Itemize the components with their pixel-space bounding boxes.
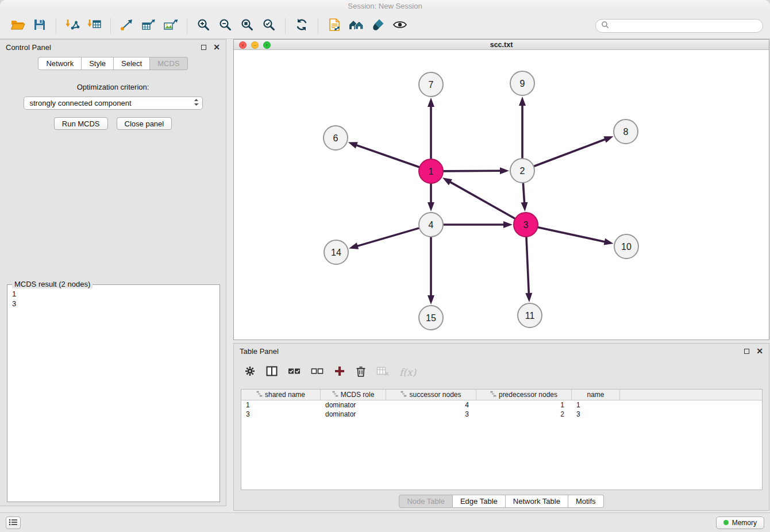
control-panel: Control Panel ✕ Network Style Select MCD… xyxy=(0,39,226,506)
open-session-button[interactable] xyxy=(7,16,29,36)
column-type-icon xyxy=(401,391,407,399)
tab-style[interactable]: Style xyxy=(82,57,114,70)
network-window-titlebar[interactable]: × − + scc.txt xyxy=(234,40,769,50)
cell-predecessor-nodes[interactable]: 2 xyxy=(476,410,572,419)
import-table-button[interactable] xyxy=(83,16,105,36)
memory-status-icon xyxy=(723,520,729,525)
tab-node-table[interactable]: Node Table xyxy=(399,495,453,508)
table-panel-close-button[interactable]: ✕ xyxy=(756,348,763,354)
graph-edge-3-11[interactable] xyxy=(526,237,529,293)
tab-edge-table[interactable]: Edge Table xyxy=(453,495,506,508)
first-neighbors-icon xyxy=(348,18,364,34)
graph-edge-2-8[interactable] xyxy=(534,140,605,166)
graph-edge-3-10[interactable] xyxy=(538,228,604,242)
table-panel-float-button[interactable] xyxy=(744,349,749,354)
tab-network-table[interactable]: Network Table xyxy=(506,495,568,508)
window-zoom-button[interactable]: + xyxy=(263,41,271,49)
graph-edge-arrowhead xyxy=(428,202,434,211)
table-panel: Table Panel ✕ f(x) shared name xyxy=(233,343,769,511)
column-header-predecessor-nodes[interactable]: predecessor nodes xyxy=(476,390,572,400)
column-header-successor-nodes[interactable]: successor nodes xyxy=(386,390,476,400)
cell-successor-nodes[interactable]: 3 xyxy=(386,410,476,419)
export-table-button[interactable] xyxy=(138,16,160,36)
network-canvas[interactable]: 7968124314101511 xyxy=(234,50,769,340)
list-icon xyxy=(9,518,18,528)
first-neighbors-button[interactable] xyxy=(345,16,367,36)
tab-network[interactable]: Network xyxy=(38,57,82,70)
control-panel-close-button[interactable]: ✕ xyxy=(213,44,220,51)
table-row[interactable]: 1 dominator 4 1 1 xyxy=(241,400,762,410)
graph-edge-3-1[interactable] xyxy=(451,182,515,218)
graph-edge-arrowhead xyxy=(503,221,513,228)
close-panel-button[interactable]: Close panel xyxy=(117,117,172,130)
memory-button[interactable]: Memory xyxy=(716,516,764,529)
graph-edge-1-2[interactable] xyxy=(444,171,500,171)
control-panel-tabs: Network Style Select MCDS xyxy=(0,57,226,70)
paintbrush-button[interactable] xyxy=(367,16,389,36)
tab-mcds[interactable]: MCDS xyxy=(150,57,187,70)
tab-motifs[interactable]: Motifs xyxy=(568,495,604,508)
cell-name[interactable]: 3 xyxy=(572,410,620,419)
window-titlebar[interactable]: Session: New Session xyxy=(0,0,770,13)
optimization-criterion-label: Optimization criterion: xyxy=(0,83,226,91)
graph-node-label: 4 xyxy=(429,220,434,230)
zoom-selected-button[interactable] xyxy=(258,16,280,36)
zoom-in-button[interactable] xyxy=(192,16,214,36)
panel-menu-button[interactable] xyxy=(6,516,21,529)
column-header-shared-name[interactable]: shared name xyxy=(241,390,321,400)
save-session-button[interactable] xyxy=(29,16,51,36)
run-mcds-button[interactable]: Run MCDS xyxy=(54,117,108,130)
cell-predecessor-nodes[interactable]: 1 xyxy=(476,400,572,410)
trash-icon[interactable] xyxy=(356,365,366,379)
graph-node-label: 2 xyxy=(520,166,525,176)
window-minimize-button[interactable]: − xyxy=(251,41,259,49)
mcds-result-content[interactable]: 1 3 xyxy=(7,285,220,313)
column-header-empty xyxy=(620,390,762,400)
control-panel-float-button[interactable] xyxy=(201,45,206,50)
cell-name[interactable]: 1 xyxy=(572,400,620,410)
cell-shared-name[interactable]: 1 xyxy=(241,400,321,410)
mcds-result-title: MCDS result (2 nodes) xyxy=(12,280,93,288)
refresh-icon xyxy=(295,18,309,34)
eye-button[interactable] xyxy=(389,16,411,36)
eye-icon xyxy=(392,19,407,33)
graph-node-label: 8 xyxy=(623,127,629,137)
mcds-result-box: MCDS result (2 nodes) 1 3 xyxy=(7,284,220,502)
cell-successor-nodes[interactable]: 4 xyxy=(386,400,476,410)
window-title: Session: New Session xyxy=(348,2,422,10)
graph-edge-4-14[interactable] xyxy=(357,228,418,246)
optimization-criterion-select[interactable]: strongly connected component xyxy=(24,97,203,110)
cell-mcds-role[interactable]: dominator xyxy=(321,410,386,419)
cell-empty xyxy=(620,410,762,419)
mcds-result-line: 1 xyxy=(12,289,215,299)
import-network-button[interactable] xyxy=(61,16,83,36)
graph-edge-1-6[interactable] xyxy=(357,145,419,167)
graph-edge-2-3[interactable] xyxy=(523,183,524,202)
share-network-button[interactable] xyxy=(116,16,138,36)
export-document-button[interactable] xyxy=(324,16,345,36)
select-all-icon[interactable] xyxy=(288,366,301,379)
zoom-out-button[interactable] xyxy=(214,16,236,36)
cell-mcds-role[interactable]: dominator xyxy=(321,400,386,410)
search-field[interactable] xyxy=(595,19,763,33)
window-close-button[interactable]: × xyxy=(239,41,247,49)
import-network-icon xyxy=(65,18,80,34)
cell-shared-name[interactable]: 3 xyxy=(241,410,321,419)
refresh-button[interactable] xyxy=(291,16,313,36)
search-input[interactable] xyxy=(609,21,757,30)
add-column-icon[interactable] xyxy=(334,365,345,379)
column-header-name[interactable]: name xyxy=(572,390,620,400)
gear-icon[interactable] xyxy=(244,365,256,379)
export-image-button[interactable] xyxy=(160,16,182,36)
columns-icon[interactable] xyxy=(266,366,278,379)
deselect-all-icon[interactable] xyxy=(311,366,324,379)
column-header-mcds-role[interactable]: MCDS role xyxy=(321,390,386,400)
zoom-in-icon xyxy=(197,18,210,34)
paintbrush-icon xyxy=(371,18,385,34)
graph-edge-arrowhead xyxy=(603,136,613,142)
table-row[interactable]: 3 dominator 3 2 3 xyxy=(241,410,762,419)
graph-node-label: 1 xyxy=(429,167,434,176)
search-icon xyxy=(601,21,609,31)
tab-select[interactable]: Select xyxy=(114,57,150,70)
zoom-fit-button[interactable] xyxy=(236,16,258,36)
